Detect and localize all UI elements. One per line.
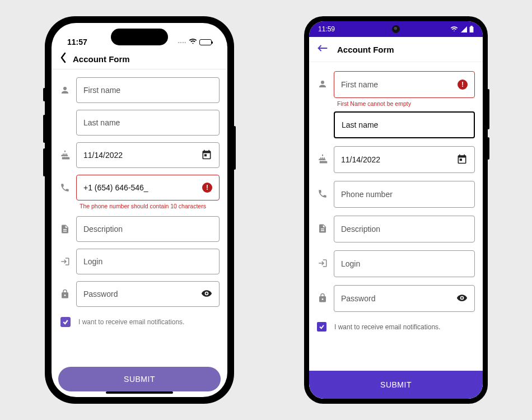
login-field[interactable]: Login: [334, 250, 475, 277]
battery-icon: [469, 26, 474, 32]
description-placeholder: Description: [83, 225, 123, 234]
phone-field[interactable]: +1 (654) 646-546_ !: [76, 175, 220, 200]
password-placeholder: Password: [83, 290, 118, 298]
person-icon: [317, 71, 328, 89]
first-name-placeholder: First name: [341, 80, 378, 89]
login-icon: [317, 250, 328, 268]
android-screen: 11:59 Account Form First name: [309, 21, 483, 399]
phone-placeholder: Phone number: [341, 190, 393, 199]
iphone-volume-down: [43, 148, 45, 176]
android-status-time: 11:59: [318, 25, 335, 33]
birthdate-field[interactable]: 11/14/2022: [76, 142, 220, 168]
checkbox-checked-icon[interactable]: [60, 317, 71, 327]
password-placeholder: Password: [341, 294, 375, 303]
checkbox-label: I want to receive email notifications.: [334, 323, 440, 331]
android-power-button: [487, 137, 489, 160]
page-title: Account Form: [73, 54, 130, 64]
birthday-icon: [59, 142, 71, 160]
calendar-icon[interactable]: [456, 153, 468, 166]
phone-icon: [59, 175, 71, 193]
phone-icon: [317, 181, 328, 199]
phone-field[interactable]: Phone number: [334, 181, 475, 208]
submit-button[interactable]: SUBMIT: [58, 367, 221, 391]
iphone-volume-up: [43, 115, 45, 143]
back-icon[interactable]: [317, 44, 328, 55]
eye-icon[interactable]: [456, 292, 468, 305]
cellular-icon: [460, 26, 467, 32]
first-name-error-text: First Name cannot be empty: [334, 98, 475, 107]
login-placeholder: Login: [341, 259, 360, 268]
iphone-device-frame: 11:57 •••• Account Form: [45, 16, 234, 404]
checkbox-label: I want to receive email notifications.: [78, 318, 184, 326]
eye-icon[interactable]: [201, 288, 212, 301]
ios-home-indicator: [106, 391, 173, 394]
iphone-dynamic-island: [111, 29, 168, 45]
error-icon: !: [458, 80, 468, 90]
lock-icon: [317, 285, 328, 303]
last-name-placeholder: Last name: [342, 120, 378, 129]
phone-value: +1 (654) 646-546_: [83, 183, 148, 192]
birthdate-value: 11/14/2022: [341, 155, 380, 164]
first-name-placeholder: First name: [83, 86, 120, 95]
battery-icon: [199, 39, 212, 45]
cellular-dots-icon: ••••: [178, 40, 186, 45]
submit-button[interactable]: SUBMIT: [309, 371, 483, 399]
page-title: Account Form: [337, 45, 394, 54]
first-name-field[interactable]: First name !: [334, 71, 475, 98]
document-icon: [59, 216, 71, 234]
last-name-placeholder: Last name: [83, 118, 120, 127]
iphone-power-button: [234, 126, 236, 170]
iphone-screen: 11:57 •••• Account Form: [52, 23, 227, 397]
android-device-frame: 11:59 Account Form First name: [304, 16, 488, 404]
birthdate-value: 11/14/2022: [83, 151, 123, 160]
birthdate-field[interactable]: 11/14/2022: [334, 146, 475, 173]
android-camera-hole: [392, 25, 400, 33]
calendar-icon[interactable]: [201, 149, 212, 162]
birthday-icon: [317, 146, 328, 164]
login-icon: [59, 249, 71, 267]
email-notifications-row[interactable]: I want to receive email notifications.: [59, 314, 220, 327]
wifi-icon: [450, 26, 458, 32]
checkbox-checked-icon[interactable]: [317, 322, 326, 332]
ios-form-body: First name Last name 11/14/2022: [52, 69, 227, 367]
wifi-icon: [189, 38, 197, 46]
lock-icon: [59, 281, 71, 299]
password-field[interactable]: Password: [76, 281, 220, 307]
ios-status-time: 11:57: [67, 38, 87, 46]
last-name-field[interactable]: Last name: [334, 111, 475, 138]
iphone-silence-switch: [43, 88, 45, 101]
android-volume-button: [487, 89, 489, 129]
ios-nav-bar: Account Form: [52, 49, 227, 69]
android-form-body: First name ! First Name cannot be empty …: [309, 62, 483, 371]
last-name-field[interactable]: Last name: [76, 110, 220, 136]
person-icon: [59, 77, 71, 95]
phone-error-text: The phone number should contain 10 chara…: [76, 200, 220, 209]
login-field[interactable]: Login: [76, 249, 220, 274]
login-placeholder: Login: [83, 257, 102, 266]
description-field[interactable]: Description: [334, 216, 475, 242]
first-name-field[interactable]: First name: [76, 77, 220, 103]
description-placeholder: Description: [341, 225, 380, 234]
back-icon[interactable]: [59, 52, 67, 66]
error-icon: !: [202, 183, 212, 193]
password-field[interactable]: Password: [334, 285, 475, 312]
email-notifications-row[interactable]: I want to receive email notifications.: [317, 320, 475, 332]
document-icon: [317, 216, 328, 234]
description-field[interactable]: Description: [76, 216, 220, 242]
android-nav-bar: Account Form: [309, 37, 483, 62]
